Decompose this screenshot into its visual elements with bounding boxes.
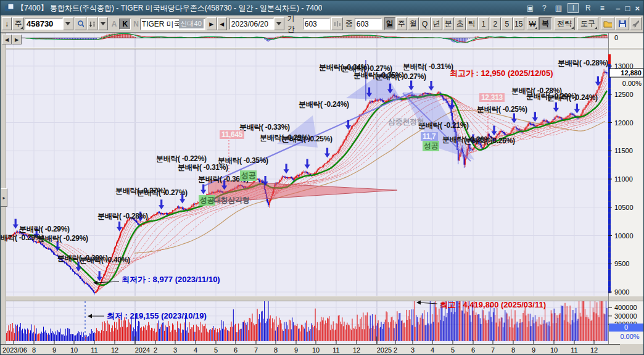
down-arrow-icon: ↓ [5, 20, 9, 28]
svg-text:2024: 2024 [135, 346, 150, 354]
period-label: 기간 [287, 14, 301, 35]
svg-text:11000: 11000 [614, 175, 633, 183]
timeframe-주[interactable]: 주 [396, 17, 407, 30]
flag-a: A [112, 20, 117, 28]
scroll-down-button[interactable]: ↓ [2, 17, 12, 30]
candle-width-button[interactable] [331, 17, 343, 30]
interest-link-button[interactable] [87, 17, 97, 30]
count-label: 중 [345, 19, 353, 29]
window-buttons: –□× [616, 4, 640, 13]
flag-k[interactable]: K [119, 19, 131, 30]
svg-text:11: 11 [91, 346, 97, 354]
code-dropdown-button[interactable] [63, 17, 73, 30]
date-dropdown-button[interactable] [274, 17, 284, 30]
timeframe-일[interactable]: 일 [384, 17, 395, 30]
toolbar: ↓ 주 A K N 신대40 ▶ ◀ 기간 중 일주월 [1, 15, 643, 33]
svg-text:9: 9 [52, 346, 56, 354]
credit-badge: 신대40 [179, 19, 204, 28]
svg-text:9500: 9500 [614, 260, 629, 267]
list-link-icon [89, 20, 95, 28]
stock-code-combo[interactable] [25, 17, 73, 30]
timeframe-년[interactable]: 년 [431, 17, 442, 30]
floppy-disk-icon [618, 20, 627, 28]
date-input[interactable] [229, 18, 274, 30]
stock-code-input[interactable] [25, 18, 63, 30]
left-panel-expander[interactable]: ▸ [1, 188, 7, 207]
settings-button[interactable] [630, 17, 642, 30]
open-chart-button[interactable] [601, 17, 615, 30]
svg-text:6: 6 [234, 346, 237, 354]
close-button[interactable]: × [635, 4, 640, 13]
folder-icon [603, 20, 613, 28]
pane-left-button[interactable]: ◀ [2, 35, 12, 44]
search-icon [77, 20, 84, 28]
svg-text:0.00%: 0.00% [620, 333, 639, 340]
svg-text:3: 3 [173, 346, 177, 354]
svg-text:12: 12 [590, 346, 598, 354]
svg-text:10: 10 [312, 346, 320, 354]
menu-list-icon[interactable]: ≡ [597, 4, 607, 12]
svg-text:2025: 2025 [377, 346, 392, 354]
maximize-button[interactable]: □ [625, 4, 630, 13]
svg-text:12: 12 [353, 346, 360, 354]
timeframe-분[interactable]: 분 [443, 17, 454, 30]
pin-icon[interactable]: I [568, 3, 579, 13]
help-icon[interactable]: ? [539, 4, 549, 12]
count-input[interactable] [355, 18, 382, 30]
pane-right-button[interactable]: ▶ [12, 35, 22, 44]
svg-text:4: 4 [194, 346, 197, 354]
restore-button[interactable]: 복 [539, 17, 552, 30]
svg-text:5: 5 [451, 346, 455, 354]
next-stock-button[interactable]: ▶ [207, 17, 217, 30]
chevron-down-icon [101, 22, 105, 28]
timeframe-틱[interactable]: 틱 [466, 17, 477, 30]
timeframe-1[interactable]: 1 [478, 17, 489, 30]
window-mode-icon[interactable]: ▥ [553, 4, 563, 12]
strategy-button[interactable]: 전략 [555, 17, 576, 30]
timeframe-Q[interactable]: Q [419, 17, 431, 30]
prev-stock-button[interactable]: ◀ [217, 17, 227, 30]
svg-text:400000: 400000 [614, 304, 637, 311]
titlebar[interactable]: 【7400】 통합차트(주식종합) - TIGER 미국배당다우존스(45873… [1, 1, 643, 15]
stock-name-field[interactable]: 신대40 [140, 18, 205, 30]
svg-text:0: 0 [614, 34, 618, 41]
timeframe-5[interactable]: 5 [502, 17, 513, 30]
minimize-button[interactable]: – [616, 4, 620, 13]
period-input[interactable] [303, 18, 330, 30]
price-chart-canvas[interactable]: 1300012500120001150011000105001000095009… [1, 33, 644, 355]
flag-n: N [133, 20, 139, 28]
svg-text:9000: 9000 [614, 288, 629, 296]
svg-text:2023/06: 2023/06 [2, 346, 27, 354]
chart-area[interactable]: 1300012500120001150011000105001000095009… [1, 33, 644, 355]
pane-nav-buttons: ◀ ▶ [2, 35, 22, 44]
search-button[interactable] [75, 17, 86, 30]
resource-icon[interactable]: R [583, 4, 593, 12]
svg-text:8: 8 [511, 346, 515, 354]
timeframe-초[interactable]: 초 [455, 17, 466, 30]
timeframe-월[interactable]: 월 [408, 17, 419, 30]
timeframe-buttons: 일주월Q년분초틱12515 [384, 17, 525, 30]
capture-icon[interactable]: ▣ [525, 4, 535, 12]
link-dropdown-button[interactable] [98, 17, 108, 30]
cycle-button[interactable]: 주 [12, 17, 24, 30]
svg-text:12000: 12000 [614, 119, 634, 127]
svg-text:11500: 11500 [614, 147, 633, 154]
svg-text:11: 11 [571, 346, 577, 354]
timeframe-15[interactable]: 15 [513, 17, 524, 30]
svg-text:11: 11 [332, 346, 339, 354]
timeframe-2[interactable]: 2 [490, 17, 501, 30]
date-combo[interactable] [229, 17, 284, 30]
won-display-button[interactable]: ₩ [527, 17, 539, 30]
svg-text:5: 5 [214, 346, 218, 354]
svg-text:8: 8 [274, 346, 278, 354]
svg-text:10: 10 [70, 346, 78, 354]
svg-text:8: 8 [32, 346, 36, 354]
svg-text:7: 7 [254, 346, 258, 354]
svg-text:10000: 10000 [614, 232, 634, 240]
svg-text:4: 4 [431, 346, 434, 354]
titlebar-icons: ▣?▥IR≡ [525, 3, 607, 13]
svg-text:9: 9 [532, 346, 535, 354]
tools-button[interactable]: 도구 [577, 17, 598, 30]
save-chart-button[interactable] [615, 17, 629, 30]
app-icon [4, 3, 14, 13]
